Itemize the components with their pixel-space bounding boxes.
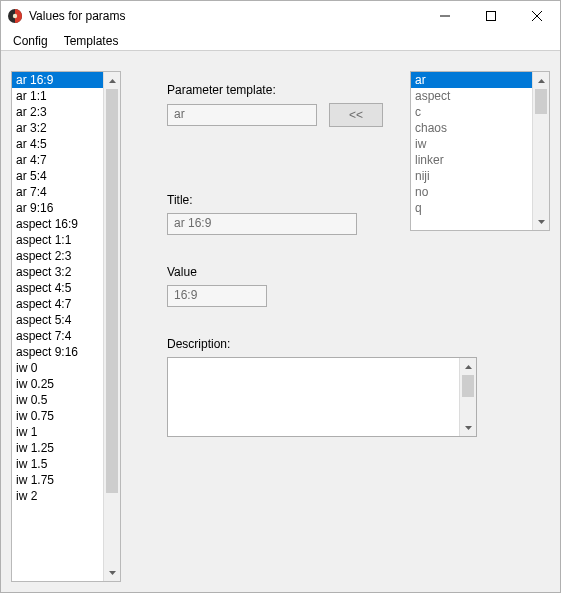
list-item[interactable]: ar 2:3 — [12, 104, 103, 120]
left-listbox[interactable]: ar 16:9ar 1:1ar 2:3ar 3:2ar 4:5ar 4:7ar … — [11, 71, 121, 582]
menu-config[interactable]: Config — [7, 32, 54, 50]
list-item[interactable]: iw 1.75 — [12, 472, 103, 488]
list-item[interactable]: ar 5:4 — [12, 168, 103, 184]
titlebar: Values for params — [1, 1, 560, 31]
window-title: Values for params — [29, 9, 422, 23]
list-item[interactable]: linker — [411, 152, 532, 168]
value-input[interactable]: 16:9 — [167, 285, 267, 307]
list-item[interactable]: iw 0.25 — [12, 376, 103, 392]
close-button[interactable] — [514, 1, 560, 31]
scroll-up-icon[interactable] — [533, 72, 549, 89]
list-item[interactable]: niji — [411, 168, 532, 184]
list-item[interactable]: aspect 1:1 — [12, 232, 103, 248]
svg-marker-8 — [538, 79, 545, 83]
scroll-up-icon[interactable] — [460, 358, 476, 375]
scroll-down-icon[interactable] — [533, 213, 549, 230]
list-item[interactable]: aspect 16:9 — [12, 216, 103, 232]
scroll-thumb[interactable] — [535, 89, 547, 114]
title-input[interactable]: ar 16:9 — [167, 213, 357, 235]
scroll-thumb[interactable] — [462, 375, 474, 397]
scroll-up-icon[interactable] — [104, 72, 120, 89]
template-scrollbar[interactable] — [532, 72, 549, 230]
svg-marker-10 — [465, 365, 472, 369]
list-item[interactable]: chaos — [411, 120, 532, 136]
svg-marker-6 — [109, 79, 116, 83]
list-item[interactable]: iw 1.25 — [12, 440, 103, 456]
description-label: Description: — [167, 337, 550, 351]
window-buttons — [422, 1, 560, 31]
maximize-button[interactable] — [468, 1, 514, 31]
list-item[interactable]: q — [411, 200, 532, 216]
list-item[interactable]: c — [411, 104, 532, 120]
list-item[interactable]: aspect — [411, 88, 532, 104]
value-label: Value — [167, 265, 550, 279]
list-item[interactable]: aspect 7:4 — [12, 328, 103, 344]
scroll-track[interactable] — [533, 89, 549, 213]
list-item[interactable]: iw 1.5 — [12, 456, 103, 472]
list-item[interactable]: aspect 4:5 — [12, 280, 103, 296]
list-item[interactable]: iw 0.5 — [12, 392, 103, 408]
list-item[interactable]: aspect 9:16 — [12, 344, 103, 360]
left-scrollbar[interactable] — [103, 72, 120, 581]
menubar: Config Templates — [1, 31, 560, 51]
scroll-down-icon[interactable] — [460, 419, 476, 436]
scroll-thumb[interactable] — [106, 89, 118, 493]
list-item[interactable]: iw — [411, 136, 532, 152]
list-item[interactable]: ar 1:1 — [12, 88, 103, 104]
move-left-button[interactable]: << — [329, 103, 383, 127]
description-scrollbar[interactable] — [459, 358, 476, 436]
list-item[interactable]: ar 3:2 — [12, 120, 103, 136]
client-area: ar 16:9ar 1:1ar 2:3ar 3:2ar 4:5ar 4:7ar … — [1, 51, 560, 592]
list-item[interactable]: ar 4:5 — [12, 136, 103, 152]
description-textarea[interactable] — [167, 357, 477, 437]
list-item[interactable]: ar 7:4 — [12, 184, 103, 200]
svg-marker-9 — [538, 220, 545, 224]
list-item[interactable]: iw 0.75 — [12, 408, 103, 424]
list-item[interactable]: iw 2 — [12, 488, 103, 504]
list-item[interactable]: ar 4:7 — [12, 152, 103, 168]
list-item[interactable]: aspect 5:4 — [12, 312, 103, 328]
list-item[interactable]: aspect 3:2 — [12, 264, 103, 280]
form-area: araspectcchaosiwlinkernijinoq Parameter … — [137, 71, 550, 582]
list-item[interactable]: no — [411, 184, 532, 200]
svg-rect-3 — [487, 12, 496, 21]
list-item[interactable]: ar 9:16 — [12, 200, 103, 216]
scroll-track[interactable] — [104, 89, 120, 564]
svg-marker-11 — [465, 426, 472, 430]
param-template-input[interactable]: ar — [167, 104, 317, 126]
template-listbox[interactable]: araspectcchaosiwlinkernijinoq — [410, 71, 550, 231]
svg-point-1 — [13, 14, 17, 18]
description-content — [168, 358, 459, 436]
list-item[interactable]: iw 0 — [12, 360, 103, 376]
list-item[interactable]: ar — [411, 72, 532, 88]
app-icon — [7, 8, 23, 24]
svg-marker-7 — [109, 571, 116, 575]
list-item[interactable]: aspect 2:3 — [12, 248, 103, 264]
scroll-down-icon[interactable] — [104, 564, 120, 581]
app-window: Values for params Config Templates ar 16… — [0, 0, 561, 593]
scroll-track[interactable] — [460, 375, 476, 419]
list-item[interactable]: iw 1 — [12, 424, 103, 440]
list-item[interactable]: aspect 4:7 — [12, 296, 103, 312]
minimize-button[interactable] — [422, 1, 468, 31]
menu-templates[interactable]: Templates — [58, 32, 125, 50]
list-item[interactable]: ar 16:9 — [12, 72, 103, 88]
